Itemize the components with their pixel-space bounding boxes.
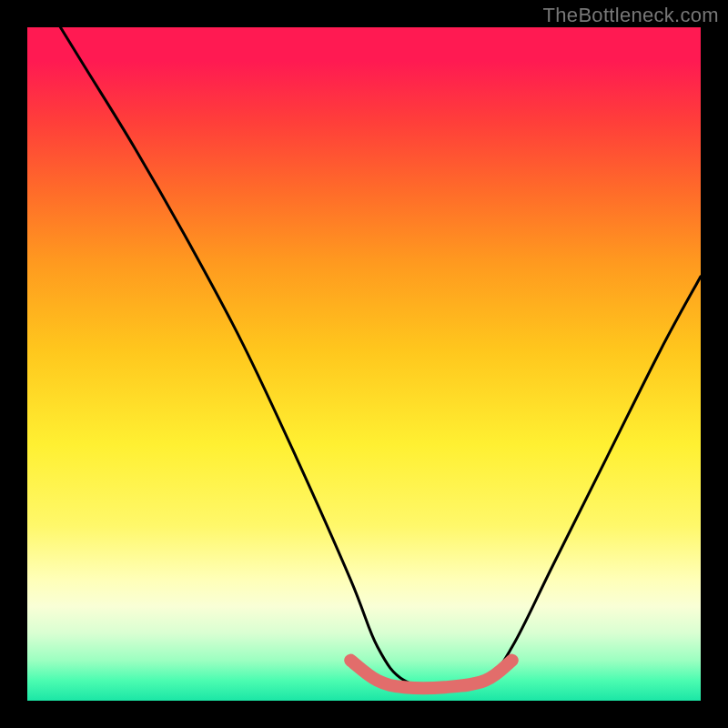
watermark-text: TheBottleneck.com [543, 4, 719, 27]
bottleneck-curve [27, 27, 701, 687]
plot-area [27, 27, 701, 701]
curve-svg [27, 27, 701, 701]
chart-frame: TheBottleneck.com [0, 0, 728, 728]
highlight-segment [350, 661, 512, 689]
